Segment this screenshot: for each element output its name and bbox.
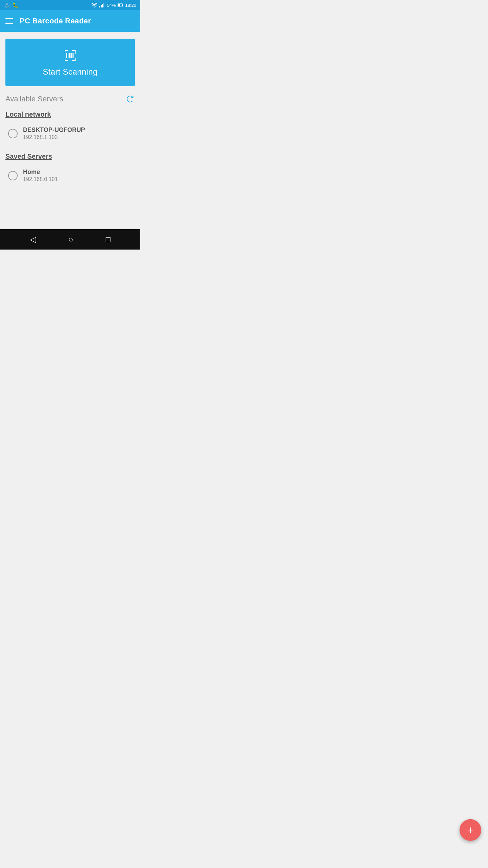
svg-rect-11: [73, 53, 74, 58]
list-item[interactable]: Home 192.168.0.101: [5, 163, 135, 188]
server-ip-home: 192.168.0.101: [23, 176, 58, 182]
status-bar-left-icons: ⚓ 🐛: [4, 2, 18, 8]
saved-servers-group: Saved Servers Home 192.168.0.101: [5, 150, 135, 188]
svg-rect-9: [69, 53, 70, 58]
wifi-icon: [91, 3, 97, 7]
server-info-home: Home 192.168.0.101: [23, 169, 58, 182]
svg-rect-2: [102, 4, 103, 7]
servers-section: Available Servers Local network DESKTOP-…: [5, 94, 135, 188]
saved-servers-label: Saved Servers: [5, 150, 135, 162]
svg-rect-6: [122, 4, 123, 6]
back-button[interactable]: ◁: [30, 235, 36, 244]
refresh-icon: [125, 94, 135, 104]
server-name-desktop: DESKTOP-UGFORUP: [23, 126, 85, 134]
server-name-home: Home: [23, 169, 58, 176]
status-bar-right: 54% 18:20: [91, 3, 136, 8]
time-display: 18:20: [125, 3, 136, 8]
scanner-icon: [63, 48, 78, 63]
status-bar: ⚓ 🐛 54% 18:20: [0, 0, 140, 10]
svg-rect-3: [103, 3, 104, 7]
svg-rect-7: [66, 53, 67, 58]
server-info-local: DESKTOP-UGFORUP 192.168.1.103: [23, 126, 85, 140]
server-ip-desktop: 192.168.1.103: [23, 134, 85, 140]
svg-rect-8: [68, 53, 68, 58]
server-radio-home[interactable]: [8, 171, 18, 180]
app-bar: PC Barcode Reader: [0, 10, 140, 32]
battery-percent: 54%: [107, 3, 116, 8]
debug-icon: 🐛: [13, 2, 18, 8]
battery-icon: [118, 3, 123, 7]
svg-rect-5: [118, 4, 120, 6]
available-servers-title: Available Servers: [5, 95, 63, 103]
main-content: Start Scanning Available Servers Local n…: [0, 32, 140, 229]
app-title: PC Barcode Reader: [20, 17, 91, 25]
recents-button[interactable]: □: [106, 235, 111, 244]
list-item[interactable]: DESKTOP-UGFORUP 192.168.1.103: [5, 121, 135, 146]
hamburger-menu-icon[interactable]: [5, 18, 13, 24]
scan-button-label: Start Scanning: [43, 67, 98, 77]
local-network-group: Local network DESKTOP-UGFORUP 192.168.1.…: [5, 108, 135, 146]
nav-bar: ◁ ○ □: [0, 229, 140, 250]
local-network-label: Local network: [5, 108, 135, 120]
server-radio-local[interactable]: [8, 129, 18, 138]
svg-rect-10: [71, 53, 72, 58]
signal-icon: [99, 3, 105, 7]
usb-icon: ⚓: [4, 2, 10, 8]
start-scanning-button[interactable]: Start Scanning: [5, 39, 135, 86]
svg-rect-0: [99, 6, 100, 7]
servers-section-header: Available Servers: [5, 94, 135, 104]
svg-rect-1: [101, 5, 102, 7]
refresh-button[interactable]: [125, 94, 135, 104]
home-button[interactable]: ○: [68, 235, 73, 244]
